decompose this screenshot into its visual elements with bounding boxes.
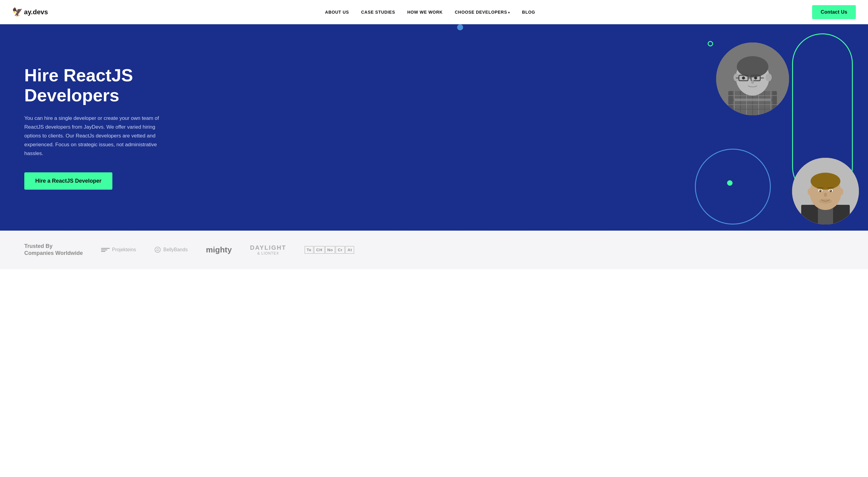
logo-bellybands: BellyBands xyxy=(154,246,188,253)
svg-rect-27 xyxy=(734,99,771,101)
trusted-label-text: Trusted By Companies Worldwide xyxy=(24,243,83,257)
nav-item-case-studies[interactable]: CASE STUDIES xyxy=(361,9,395,15)
hero-section: Hire ReactJS Developers You can hire a s… xyxy=(0,24,868,231)
hero-visuals xyxy=(391,24,868,231)
technocrat-box-4: Cr xyxy=(336,246,345,254)
logo[interactable]: 🦅 ay.devs xyxy=(12,7,48,17)
logo-projekteins: Projekteins xyxy=(101,247,136,252)
developer-photo-2 xyxy=(792,158,859,225)
hero-content: Hire ReactJS Developers You can hire a s… xyxy=(24,65,170,190)
hero-title: Hire ReactJS Developers xyxy=(24,65,170,106)
trusted-section: Trusted By Companies Worldwide Projektei… xyxy=(0,231,868,269)
blue-circle-decoration xyxy=(695,149,771,225)
technocrat-box-2: CH xyxy=(314,246,324,254)
trusted-label: Trusted By Companies Worldwide xyxy=(24,243,83,257)
technocrat-box-5: At xyxy=(345,246,354,254)
dot-accent-1 xyxy=(708,41,713,46)
svg-point-44 xyxy=(819,199,832,204)
nav-link-how-we-work[interactable]: HOW WE WORK xyxy=(407,10,443,14)
logo-icon: 🦅 xyxy=(12,7,23,17)
trusted-logos: Projekteins BellyBands mighty DAYLIGHT &… xyxy=(101,244,844,255)
hero-description: You can hire a single developer or creat… xyxy=(24,114,170,158)
daylight-main: DAYLIGHT xyxy=(250,244,286,251)
navbar: 🦅 ay.devs ABOUT US CASE STUDIES HOW WE W… xyxy=(0,0,868,24)
daylight-text: DAYLIGHT & LIONTEX xyxy=(250,244,286,255)
nav-link-choose-developers[interactable]: CHOOSE DEVELOPERS xyxy=(455,10,510,14)
logo-daylight: DAYLIGHT & LIONTEX xyxy=(250,244,286,255)
technocrat-box-3: No xyxy=(325,246,335,254)
icon-line-1 xyxy=(101,248,110,249)
bellybands-label: BellyBands xyxy=(163,247,188,252)
nav-link-about[interactable]: ABOUT US xyxy=(325,10,349,14)
nav-item-about[interactable]: ABOUT US xyxy=(325,9,349,15)
svg-point-42 xyxy=(830,190,831,191)
svg-point-41 xyxy=(820,190,820,191)
logo-technocrat: Te CH No Cr At xyxy=(305,246,354,254)
icon-line-2 xyxy=(101,249,107,250)
nav-links: ABOUT US CASE STUDIES HOW WE WORK CHOOSE… xyxy=(325,9,535,15)
contact-button[interactable]: Contact Us xyxy=(812,5,856,19)
dot-accent-2 xyxy=(727,180,733,186)
nav-item-choose-developers[interactable]: CHOOSE DEVELOPERS xyxy=(455,9,510,15)
nav-item-how-we-work[interactable]: HOW WE WORK xyxy=(407,9,443,15)
daylight-sub: & LIONTEX xyxy=(250,251,286,255)
logo-mighty: mighty xyxy=(206,245,232,254)
svg-point-16 xyxy=(737,56,768,77)
svg-point-34 xyxy=(811,173,840,190)
svg-point-25 xyxy=(754,76,757,79)
projekteins-label: Projekteins xyxy=(112,247,136,252)
nav-item-blog[interactable]: BLOG xyxy=(522,9,535,15)
svg-point-24 xyxy=(742,76,745,79)
hero-cta-button[interactable]: Hire a ReactJS Developer xyxy=(24,172,112,190)
bellybands-icon xyxy=(154,246,161,253)
icon-line-3 xyxy=(101,251,105,252)
technocrat-boxes: Te CH No Cr At xyxy=(305,246,354,254)
svg-point-18 xyxy=(766,73,772,81)
nav-link-case-studies[interactable]: CASE STUDIES xyxy=(361,10,395,14)
developer-2-svg xyxy=(792,158,859,225)
svg-point-43 xyxy=(824,193,827,197)
svg-point-26 xyxy=(751,80,754,84)
svg-point-36 xyxy=(838,188,843,196)
developer-photo-1 xyxy=(716,42,789,115)
mighty-label: mighty xyxy=(206,245,232,254)
svg-point-35 xyxy=(808,188,813,196)
projekteins-icon xyxy=(101,248,110,252)
technocrat-box-1: Te xyxy=(305,246,314,254)
logo-text: ay.devs xyxy=(24,8,48,16)
nav-link-blog[interactable]: BLOG xyxy=(522,10,535,14)
developer-1-svg xyxy=(716,42,789,115)
